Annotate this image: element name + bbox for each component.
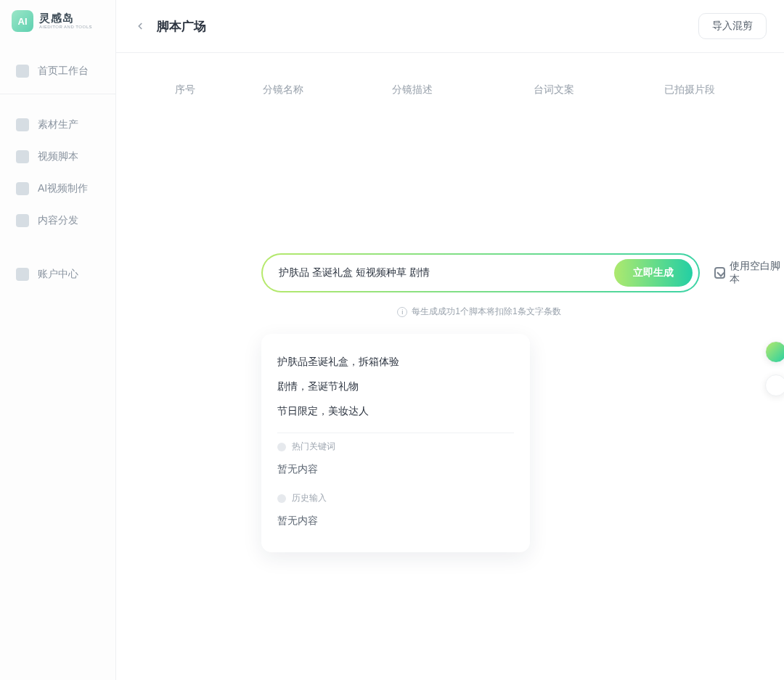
history-title: 历史输入 (292, 492, 327, 504)
divider (277, 433, 514, 433)
floating-action-primary[interactable] (765, 341, 784, 363)
floating-actions (765, 341, 784, 396)
th-index: 序号 (145, 83, 225, 97)
prompt-input[interactable] (279, 267, 614, 279)
sidebar-item-material[interactable]: 素材生产 (0, 109, 115, 141)
brand-name: 灵感岛 (39, 12, 92, 25)
account-icon (16, 268, 29, 281)
hot-keywords-empty: 暂无内容 (277, 460, 514, 482)
sidebar-item-ai-video[interactable]: AI视频制作 (0, 173, 115, 205)
use-blank-script-link[interactable]: 使用空白脚本 (714, 260, 784, 286)
share-icon (16, 214, 29, 227)
back-icon[interactable] (134, 20, 147, 33)
blank-link-label: 使用空白脚本 (730, 260, 784, 286)
history-header: 历史输入 (277, 492, 514, 504)
hot-keywords-title: 热门关键词 (292, 441, 335, 453)
sidebar-item-video-script[interactable]: 视频脚本 (0, 141, 115, 173)
suggestion-item[interactable]: 护肤品圣诞礼盒，拆箱体验 (277, 350, 514, 374)
generate-button[interactable]: 立即生成 (614, 259, 693, 287)
suggestions-popup: 护肤品圣诞礼盒，拆箱体验 剧情，圣诞节礼物 节日限定，美妆达人 热门关键词 暂无… (261, 334, 530, 552)
logo-badge: AI (12, 10, 33, 32)
brand-sub: AIEDITOR AND TOOLS (39, 25, 92, 30)
main: 脚本广场 导入混剪 序号 分镜名称 分镜描述 台词文案 已拍摄片段 立即生成 (116, 0, 784, 680)
th-dialogue: 台词文案 (483, 83, 624, 97)
sidebar-item-distribute[interactable]: 内容分发 (0, 205, 115, 237)
sidebar-item-label: 内容分发 (38, 214, 78, 227)
suggestion-item[interactable]: 节日限定，美妆达人 (277, 399, 514, 424)
generate-area: 立即生成 使用空白脚本 i 每生成成功1个脚本将扣除1条文字条数 护肤品圣诞礼盒… (116, 253, 784, 552)
info-icon: i (397, 307, 407, 317)
dot-icon (277, 443, 286, 451)
dot-icon (277, 494, 286, 503)
sidebar-item-label: 视频脚本 (38, 150, 78, 163)
suggestion-item[interactable]: 剧情，圣诞节礼物 (277, 374, 514, 399)
hot-keywords-header: 热门关键词 (277, 441, 514, 453)
history-empty: 暂无内容 (277, 512, 514, 533)
blank-script-icon (714, 267, 725, 279)
sidebar-item-label: AI视频制作 (38, 182, 88, 195)
sidebar-nav: 首页工作台 素材生产 视频脚本 AI视频制作 内容分发 账户中心 (0, 55, 115, 290)
th-shot-name: 分镜名称 (225, 83, 341, 97)
folder-icon (16, 118, 29, 131)
generate-hint: i 每生成成功1个脚本将扣除1条文字条数 (261, 306, 697, 318)
sidebar-item-label: 素材生产 (38, 118, 78, 131)
sidebar: AI 灵感岛 AIEDITOR AND TOOLS 首页工作台 素材生产 视频脚… (0, 0, 116, 680)
th-clips: 已拍摄片段 (624, 83, 755, 97)
script-icon (16, 150, 29, 163)
hint-text: 每生成成功1个脚本将扣除1条文字条数 (412, 306, 560, 318)
search-pill: 立即生成 (261, 253, 700, 292)
import-button[interactable]: 导入混剪 (698, 13, 767, 39)
sidebar-item-label: 账户中心 (38, 268, 78, 281)
sidebar-item-home[interactable]: 首页工作台 (0, 55, 115, 94)
page-title: 脚本广场 (157, 18, 206, 35)
logo: AI 灵感岛 AIEDITOR AND TOOLS (0, 0, 115, 42)
sidebar-item-label: 首页工作台 (38, 65, 89, 78)
floating-action-secondary[interactable] (765, 374, 784, 396)
th-shot-desc: 分镜描述 (341, 83, 483, 97)
ai-video-icon (16, 182, 29, 195)
sidebar-item-account[interactable]: 账户中心 (0, 258, 115, 290)
home-icon (16, 65, 29, 78)
page-header: 脚本广场 导入混剪 (116, 0, 784, 53)
table-header-row: 序号 分镜名称 分镜描述 台词文案 已拍摄片段 (116, 53, 784, 108)
